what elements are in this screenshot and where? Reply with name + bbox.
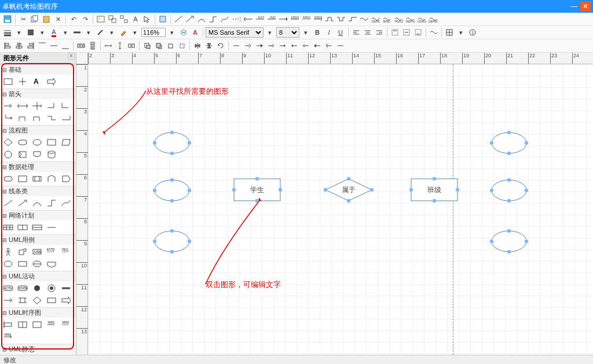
wavy-line-2-button[interactable]: DEPEND (370, 14, 380, 24)
undo-button[interactable]: ↶ (68, 14, 79, 24)
palette-shape[interactable] (1, 149, 15, 160)
palette-shape[interactable] (16, 76, 30, 87)
paste-button[interactable] (41, 14, 52, 24)
palette-section-header[interactable]: ⊟ 数据处理 (0, 161, 76, 172)
size-dropdown[interactable]: ▾ (301, 27, 311, 38)
palette-shape[interactable]: MSG (1, 331, 15, 343)
palette-shape[interactable] (59, 282, 73, 294)
palette-shape[interactable] (59, 295, 73, 306)
palette-close-icon[interactable]: × (68, 53, 75, 60)
msg-arrow-2-button[interactable]: MSG (301, 14, 311, 24)
canvas-shape[interactable]: 学生 (234, 179, 280, 201)
palette-shape[interactable] (45, 295, 58, 306)
drawing-canvas[interactable]: 学生属于班级从这里寻找所需要的图形双击图形，可编辑文字 (88, 64, 593, 355)
palette-shape[interactable] (1, 319, 15, 330)
group-button[interactable] (107, 14, 118, 24)
backward-button[interactable] (177, 41, 187, 51)
canvas-shape[interactable] (492, 133, 526, 153)
poly-line-2-button[interactable] (335, 14, 346, 24)
obj-align-top-button[interactable] (37, 41, 47, 51)
properties-button[interactable] (158, 14, 168, 24)
valign-top-button[interactable] (390, 27, 400, 38)
wavy-line-3-button[interactable]: BIND (382, 14, 392, 24)
palette-shape[interactable] (30, 137, 44, 148)
font-family-select[interactable]: MS Sans Serif (206, 27, 263, 38)
palette-shape[interactable] (45, 197, 58, 209)
font-size-select[interactable]: 8 (276, 27, 299, 38)
label-arrow-2-button[interactable]: INCL (266, 14, 276, 24)
image-button[interactable] (96, 14, 106, 24)
dropdown-3[interactable]: ▾ (60, 27, 71, 38)
palette-shape[interactable] (1, 295, 15, 306)
bring-front-button[interactable] (142, 41, 152, 51)
palette-shape[interactable] (16, 222, 30, 233)
obj-align-left-button[interactable] (2, 41, 13, 51)
label-arrow-1-button[interactable]: EXTD (254, 14, 265, 24)
palette-shape[interactable]: ACTN (1, 282, 15, 294)
flip-h-button[interactable] (192, 41, 203, 51)
dropdown-4[interactable]: ▾ (83, 27, 94, 38)
palette-shape[interactable] (45, 149, 58, 160)
palette-shape[interactable] (45, 137, 58, 148)
palette-shape[interactable] (16, 149, 30, 160)
dropdown-6[interactable]: ▾ (130, 27, 140, 38)
palette-section-header[interactable]: ⊟ UML活动 (0, 271, 76, 281)
palette-section-header[interactable]: ⊟ UML用例 (0, 234, 76, 245)
send-back-button[interactable] (153, 41, 164, 51)
align-left-button[interactable] (351, 27, 361, 38)
same-width-button[interactable] (103, 41, 114, 51)
arrow-start-diamond-button[interactable] (301, 41, 311, 51)
palette-shape[interactable] (30, 149, 44, 160)
palette-shape[interactable] (16, 197, 30, 209)
dropdown-5[interactable]: ▾ (107, 27, 117, 38)
zoom-input[interactable] (141, 28, 166, 37)
wavy-line-6-button[interactable]: USAGE (416, 14, 427, 24)
ungroup-button[interactable] (119, 14, 129, 24)
align-center-button[interactable] (363, 27, 373, 38)
palette-shape[interactable]: USE (30, 246, 44, 258)
palette-shape[interactable] (16, 112, 30, 124)
font-dropdown[interactable]: ▾ (265, 27, 275, 38)
italic-button[interactable]: I (324, 27, 334, 38)
same-height-button[interactable] (115, 41, 125, 51)
palette-shape[interactable] (59, 112, 73, 124)
poly-line-3-button[interactable] (347, 14, 357, 24)
canvas-shape[interactable] (155, 133, 189, 153)
arrow-start-none-button[interactable] (231, 41, 241, 51)
bold-button[interactable]: B (312, 27, 323, 38)
palette-section-header[interactable]: ⊟ UML静态 (0, 344, 76, 354)
palette-shape[interactable] (30, 112, 44, 124)
save-button[interactable] (2, 14, 13, 24)
canvas-shape[interactable]: 属于 (325, 179, 372, 201)
arrow-start-solid-button[interactable] (312, 41, 323, 51)
palette-section-header[interactable]: ⊟ 箭头 (0, 89, 76, 99)
palette-shape[interactable] (59, 100, 73, 112)
palette-shape[interactable] (1, 100, 15, 112)
palette-shape[interactable] (45, 112, 58, 124)
palette-section-header[interactable]: ⊟ 流程图 (0, 125, 76, 135)
palette-shape[interactable] (16, 173, 30, 185)
wave-button[interactable] (429, 27, 439, 38)
underline-button[interactable]: U (335, 27, 346, 38)
obj-align-bottom-button[interactable] (60, 41, 71, 51)
arrow-end-solid-button[interactable] (254, 41, 265, 51)
msg-arrow-1-button[interactable]: MSG (289, 14, 299, 24)
palette-section-header[interactable]: ⊟ 基础 (0, 64, 76, 75)
line-style-button[interactable] (2, 27, 13, 38)
delete-button[interactable]: ✕ (53, 14, 63, 24)
arrow-end-diamond-button[interactable] (266, 41, 276, 51)
double-arrow-button[interactable] (243, 14, 253, 24)
cut-button[interactable]: ✂ (18, 14, 28, 24)
palette-shape[interactable] (16, 100, 30, 112)
palette-shape[interactable] (16, 319, 30, 330)
palette-shape[interactable] (30, 222, 44, 233)
dropdown-7[interactable]: ▾ (456, 27, 466, 38)
arc-line-button[interactable] (196, 14, 207, 24)
palette-shape[interactable]: MSG (45, 319, 58, 330)
text-tool-button[interactable]: A (130, 14, 141, 24)
fill-color-button[interactable] (25, 27, 36, 38)
valign-bot-button[interactable] (413, 27, 423, 38)
wavy-line-1-button[interactable] (358, 14, 369, 24)
wavy-line-4-button[interactable]: TRACE (393, 14, 404, 24)
wavy-line-7-button[interactable]: DEPEND (428, 14, 438, 24)
